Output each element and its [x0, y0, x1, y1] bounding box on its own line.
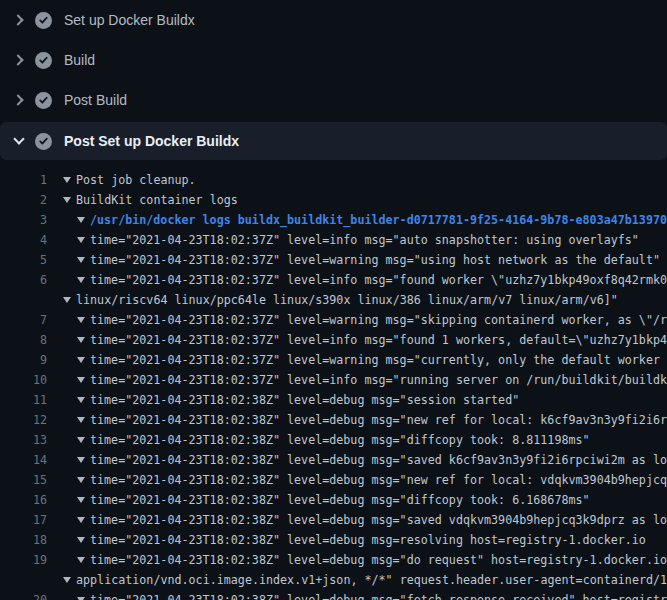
log-line-content: time="2021-04-23T18:02:38Z" level=debug … [90, 513, 667, 527]
log-line-number[interactable]: 3 [0, 210, 47, 230]
step-row-set-up-docker-buildx[interactable]: Set up Docker Buildx [0, 0, 667, 40]
check-circle-icon [35, 52, 52, 69]
log-line-text: time="2021-04-23T18:02:37Z" level=info m… [77, 370, 667, 390]
group-caret-icon [77, 517, 85, 523]
log-line-text: time="2021-04-23T18:02:38Z" level=debug … [77, 410, 667, 430]
log-line-number[interactable]: 7 [0, 310, 47, 330]
log-line: 17 time="2021-04-23T18:02:38Z" level=deb… [0, 510, 667, 530]
log-line-text: time="2021-04-23T18:02:38Z" level=debug … [77, 430, 590, 450]
log-line-text: time="2021-04-23T18:02:37Z" level=warnin… [77, 350, 667, 370]
step-row-build[interactable]: Build [0, 40, 667, 80]
group-caret-icon [77, 237, 85, 243]
log-line-number[interactable]: 6 [0, 270, 47, 290]
log-line-number[interactable]: 18 [0, 530, 47, 550]
group-caret-icon [77, 417, 85, 423]
group-caret-icon [77, 377, 85, 383]
log-line-number[interactable]: 8 [0, 330, 47, 350]
group-caret-icon [77, 537, 85, 543]
log-line-number[interactable]: 5 [0, 250, 47, 270]
group-caret-icon [77, 497, 85, 503]
log-line: 4 time="2021-04-23T18:02:37Z" level=info… [0, 230, 667, 250]
chevron-right-icon [10, 12, 26, 28]
chevron-down-icon [10, 133, 26, 149]
log-line-content: time="2021-04-23T18:02:37Z" level=info m… [90, 233, 639, 247]
log-line-content: time="2021-04-23T18:02:38Z" level=debug … [90, 593, 667, 600]
group-caret-icon [63, 297, 71, 303]
chevron-right-icon [10, 52, 26, 68]
log-line-content: time="2021-04-23T18:02:38Z" level=debug … [90, 533, 646, 547]
log-line-content: linux/riscv64 linux/ppc64le linux/s390x … [76, 293, 618, 307]
log-line-content: /usr/bin/docker logs buildx_buildkit_bui… [90, 213, 667, 227]
log-line: 18 time="2021-04-23T18:02:38Z" level=deb… [0, 530, 667, 550]
log-line-number[interactable]: 16 [0, 490, 47, 510]
log-line-continuation: linux/riscv64 linux/ppc64le linux/s390x … [0, 290, 667, 310]
log-line-number[interactable]: 10 [0, 370, 47, 390]
group-caret-icon [63, 577, 71, 583]
log-line: 7 time="2021-04-23T18:02:37Z" level=warn… [0, 310, 667, 330]
group-caret-icon [77, 397, 85, 403]
step-label: Set up Docker Buildx [64, 12, 195, 28]
log-line-number[interactable]: 4 [0, 230, 47, 250]
log-line: 9 time="2021-04-23T18:02:37Z" level=warn… [0, 350, 667, 370]
log-command-text: /usr/bin/docker logs buildx_buildkit_bui… [77, 210, 667, 230]
log-line: 3 /usr/bin/docker logs buildx_buildkit_b… [0, 210, 667, 230]
group-caret-icon [77, 277, 85, 283]
log-line-number[interactable]: 9 [0, 350, 47, 370]
log-line: 8 time="2021-04-23T18:02:37Z" level=info… [0, 330, 667, 350]
log-line-text: time="2021-04-23T18:02:37Z" level=info m… [77, 270, 667, 290]
log-line-text: time="2021-04-23T18:02:38Z" level=debug … [77, 530, 646, 550]
log-line-number[interactable]: 11 [0, 390, 47, 410]
log-line-content: Post job cleanup. [76, 173, 196, 187]
group-caret-icon [77, 257, 85, 263]
job-steps-list: Set up Docker Buildx Build Post Build [0, 0, 667, 160]
log-group-toggle[interactable]: BuildKit container logs [63, 190, 238, 210]
group-caret-icon [63, 177, 71, 183]
log-line-text: time="2021-04-23T18:02:38Z" level=debug … [77, 590, 667, 600]
check-circle-icon [35, 133, 52, 150]
group-caret-icon [77, 357, 85, 363]
step-label: Post Set up Docker Buildx [64, 133, 239, 149]
check-circle-icon [35, 92, 52, 109]
log-line-number[interactable]: 15 [0, 470, 47, 490]
log-line-number[interactable]: 2 [0, 190, 47, 210]
log-line-number[interactable]: 13 [0, 430, 47, 450]
log-line-number[interactable]: 14 [0, 450, 47, 470]
log-line-number[interactable]: 12 [0, 410, 47, 430]
log-line: 14 time="2021-04-23T18:02:38Z" level=deb… [0, 450, 667, 470]
log-line-text: time="2021-04-23T18:02:38Z" level=debug … [77, 450, 667, 470]
log-line: 13 time="2021-04-23T18:02:38Z" level=deb… [0, 430, 667, 450]
check-circle-icon [35, 12, 52, 29]
log-line: 16 time="2021-04-23T18:02:38Z" level=deb… [0, 490, 667, 510]
log-line: 6 time="2021-04-23T18:02:37Z" level=info… [0, 270, 667, 290]
log-line: 20 time="2021-04-23T18:02:38Z" level=deb… [0, 590, 667, 600]
log-line-number[interactable]: 17 [0, 510, 47, 530]
log-line-content: time="2021-04-23T18:02:38Z" level=debug … [90, 393, 519, 407]
group-caret-icon [77, 477, 85, 483]
log-line: 2 BuildKit container logs [0, 190, 667, 210]
group-caret-icon [63, 197, 71, 203]
log-line: 11 time="2021-04-23T18:02:38Z" level=deb… [0, 390, 667, 410]
log-line-number[interactable]: 20 [0, 590, 47, 600]
step-row-post-build[interactable]: Post Build [0, 80, 667, 120]
log-line-content: time="2021-04-23T18:02:37Z" level=warnin… [90, 353, 667, 367]
group-caret-icon [77, 437, 85, 443]
log-line-number[interactable]: 1 [0, 170, 47, 190]
log-line-number[interactable] [0, 290, 47, 310]
log-line-content: time="2021-04-23T18:02:37Z" level=info m… [90, 273, 667, 287]
log-line-text: application/vnd.oci.image.index.v1+json,… [63, 570, 667, 590]
step-label: Post Build [64, 92, 127, 108]
log-line-content: time="2021-04-23T18:02:38Z" level=debug … [90, 433, 590, 447]
log-line-number[interactable] [0, 570, 47, 590]
log-line: 5 time="2021-04-23T18:02:37Z" level=warn… [0, 250, 667, 270]
log-line-content: time="2021-04-23T18:02:37Z" level=info m… [90, 333, 667, 347]
log-line-text: time="2021-04-23T18:02:37Z" level=warnin… [77, 310, 667, 330]
step-row-post-set-up-docker-buildx[interactable]: Post Set up Docker Buildx [0, 122, 667, 160]
log-line-text: time="2021-04-23T18:02:38Z" level=debug … [77, 550, 667, 570]
log-line-continuation: application/vnd.oci.image.index.v1+json,… [0, 570, 667, 590]
log-line-content: BuildKit container logs [76, 193, 238, 207]
log-line-number[interactable]: 19 [0, 550, 47, 570]
group-caret-icon [77, 317, 85, 323]
log-line-content: time="2021-04-23T18:02:38Z" level=debug … [90, 493, 590, 507]
log-line-text: time="2021-04-23T18:02:38Z" level=debug … [77, 490, 590, 510]
log-line-content: time="2021-04-23T18:02:37Z" level=info m… [90, 373, 667, 387]
